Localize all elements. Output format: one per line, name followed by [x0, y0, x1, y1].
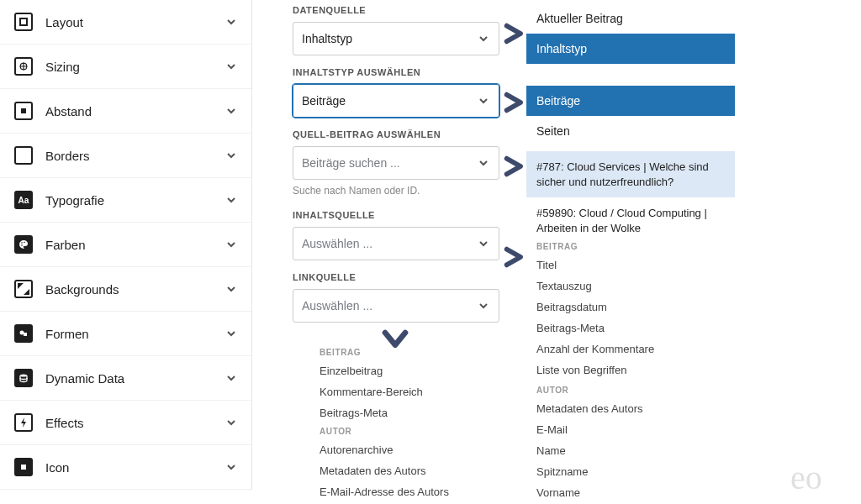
svg-rect-8 — [21, 465, 26, 470]
effects-icon — [13, 412, 34, 433]
sidebar-item-typografie[interactable]: Aa Typografie — [0, 178, 251, 223]
logo-watermark: eo — [790, 459, 851, 496]
sidebar-item-borders[interactable]: Borders — [0, 134, 251, 178]
option-email-autor[interactable]: E-Mail-Adresse des Autors — [320, 481, 504, 502]
settings-panel: DATENQUELLE Inhaltstyp INHALTSTYP AUSWÄH… — [293, 0, 503, 334]
chevron-down-icon — [224, 104, 238, 118]
svg-text:eo: eo — [790, 459, 822, 496]
option-textauszug[interactable]: Textauszug — [526, 276, 735, 297]
svg-point-2 — [21, 242, 23, 244]
field-label-quellbeitrag: QUELL-BEITRAG AUSWÄHLEN — [293, 129, 503, 139]
sidebar-item-icon[interactable]: Icon — [0, 445, 251, 490]
arrow-icon — [503, 155, 526, 178]
field-label-inhaltstyp: INHALTSTYP AUSWÄHLEN — [293, 67, 503, 77]
sidebar-item-layout[interactable]: Layout — [0, 0, 251, 45]
flyout-inhaltstyp: Beiträge Seiten — [526, 86, 735, 146]
chevron-down-icon — [477, 32, 490, 45]
flyout-inhaltsquelle: BEITRAG Titel Textauszug Beitragsdatum B… — [526, 237, 735, 504]
option-einzelbeitrag[interactable]: Einzelbeitrag — [320, 360, 504, 381]
sidebar-item-effects[interactable]: Effects — [0, 401, 251, 445]
sidebar-label: Effects — [45, 416, 224, 430]
sidebar-label: Abstand — [45, 104, 224, 118]
sidebar-label: Formen — [45, 327, 224, 341]
option-liste-begriffe[interactable]: Liste von Begriffen — [526, 360, 735, 381]
svg-point-7 — [20, 375, 27, 377]
option-group: AUTOR — [526, 381, 735, 398]
option-autorenarchive[interactable]: Autorenarchive — [320, 439, 504, 460]
field-label-datenquelle: DATENQUELLE — [293, 5, 503, 15]
chevron-down-icon — [224, 193, 238, 207]
flyout-datenquelle: Aktueller Beitrag Inhaltstyp — [526, 3, 735, 64]
select-placeholder: Auswählen ... — [302, 299, 477, 312]
sidebar-label: Farben — [45, 238, 224, 252]
option-group: BEITRAG — [526, 237, 735, 255]
option-name[interactable]: Name — [526, 440, 735, 461]
chevron-down-icon — [224, 371, 238, 385]
arrow-icon — [503, 22, 526, 45]
select-inhaltstyp[interactable]: Beiträge — [293, 84, 499, 118]
option-kommentare-bereich[interactable]: Kommentare-Bereich — [320, 381, 504, 402]
select-quellbeitrag[interactable]: Beiträge suchen ... — [293, 146, 499, 180]
sidebar-item-sizing[interactable]: Sizing — [0, 45, 251, 89]
colors-icon — [13, 234, 34, 255]
option-metadaten-autor[interactable]: Metadaten des Autors — [526, 398, 735, 419]
svg-point-5 — [20, 331, 24, 335]
chevron-down-icon — [224, 60, 238, 73]
select-inhaltsquelle[interactable]: Auswählen ... — [293, 227, 499, 260]
option-inhaltstyp[interactable]: Inhaltstyp — [526, 34, 735, 64]
chevron-down-icon — [477, 237, 490, 250]
chevron-down-icon — [477, 299, 490, 312]
spacing-icon — [13, 101, 34, 121]
helper-text: Suche nach Namen oder ID. — [293, 185, 503, 197]
option-beitrags-meta[interactable]: Beitrags-Meta — [320, 402, 504, 423]
sidebar-item-abstand[interactable]: Abstand — [0, 89, 251, 134]
select-linkquelle[interactable]: Auswählen ... — [293, 289, 499, 323]
svg-rect-1 — [21, 108, 26, 113]
chevron-down-icon — [224, 149, 238, 162]
option-beitraege[interactable]: Beiträge — [526, 86, 735, 116]
select-placeholder: Auswählen ... — [302, 237, 477, 250]
sidebar-item-farben[interactable]: Farben — [0, 223, 251, 267]
sidebar-item-dynamic-data[interactable]: Dynamic Data — [0, 356, 251, 401]
option-anzahl-kommentare[interactable]: Anzahl der Kommentare — [526, 339, 735, 360]
chevron-down-icon — [224, 327, 238, 340]
option-seiten[interactable]: Seiten — [526, 116, 735, 146]
sidebar: Layout Sizing Abstand Borders Aa Typogra… — [0, 0, 252, 490]
chevron-down-icon — [224, 460, 238, 474]
typography-icon: Aa — [13, 190, 34, 210]
sidebar-label: Typografie — [45, 193, 224, 207]
option-titel[interactable]: Titel — [526, 255, 735, 276]
select-placeholder: Beiträge suchen ... — [302, 156, 477, 170]
chevron-down-icon — [477, 94, 490, 108]
arrow-icon — [503, 91, 526, 114]
option-beitrags-meta[interactable]: Beitrags-Meta — [526, 318, 735, 339]
sidebar-label: Backgrounds — [45, 282, 224, 297]
sidebar-item-formen[interactable]: Formen — [0, 312, 251, 356]
svg-rect-6 — [24, 333, 27, 336]
select-datenquelle[interactable]: Inhaltstyp — [293, 22, 499, 55]
chevron-down-icon — [224, 15, 238, 29]
option-email[interactable]: E-Mail — [526, 419, 735, 440]
sidebar-label: Dynamic Data — [45, 371, 224, 386]
sidebar-label: Borders — [45, 149, 224, 163]
option-aktueller-beitrag[interactable]: Aktueller Beitrag — [526, 3, 735, 34]
option-spitzname[interactable]: Spitzname — [526, 461, 735, 482]
sidebar-item-backgrounds[interactable]: Backgrounds — [0, 267, 251, 312]
flyout-linkquelle: BEITRAG Einzelbeitrag Kommentare-Bereich… — [320, 344, 504, 502]
select-value: Beiträge — [302, 94, 477, 108]
layout-icon — [13, 12, 34, 32]
chevron-down-icon — [477, 156, 490, 170]
flyout-quellbeitrag: #787: Cloud Services | Welche sind siche… — [526, 151, 735, 244]
sidebar-label: Sizing — [45, 60, 224, 74]
option-post-787[interactable]: #787: Cloud Services | Welche sind siche… — [526, 151, 735, 197]
svg-rect-0 — [20, 18, 27, 25]
option-group: AUTOR — [320, 423, 504, 439]
option-metadaten-autor[interactable]: Metadaten des Autors — [320, 460, 504, 481]
shapes-icon — [13, 323, 34, 344]
option-vorname[interactable]: Vorname — [526, 482, 735, 503]
borders-icon — [13, 145, 34, 165]
sidebar-label: Icon — [45, 460, 224, 475]
chevron-down-icon — [224, 282, 238, 296]
option-beitragsdatum[interactable]: Beitragsdatum — [526, 297, 735, 318]
icon-icon — [13, 457, 34, 477]
